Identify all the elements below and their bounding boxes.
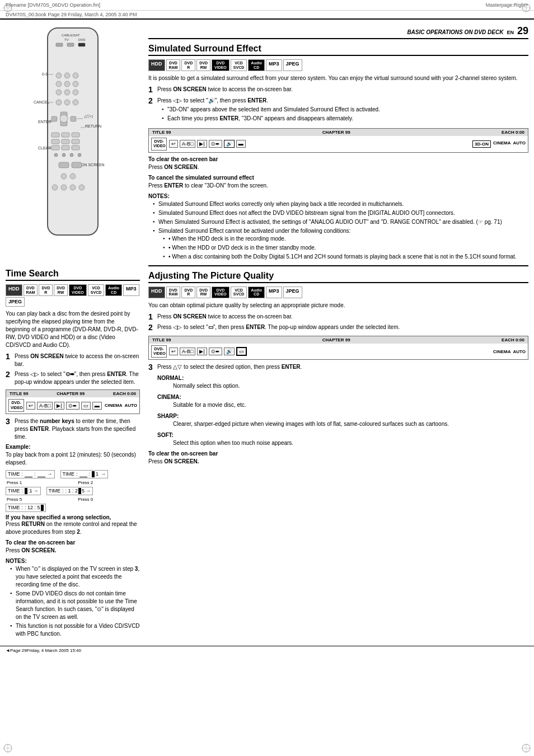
step-2: 2 Press ◁▷ to select "⊙➨", then press EN…: [6, 370, 140, 386]
sim-osd-return-icon: ↩: [169, 140, 178, 148]
corner-tl: [3, 3, 13, 13]
sim-osd-speaker-icon: 🔊: [224, 140, 235, 148]
svg-text:RETURN: RETURN: [85, 124, 101, 128]
svg-point-67: [52, 185, 58, 190]
adj-step-3: 3 Press △▽ to select the desired option,…: [148, 363, 528, 372]
adj-badge-mp3: MP3: [266, 287, 282, 298]
svg-point-23: [73, 73, 78, 78]
osd-ab-icon: A-B□: [37, 402, 53, 410]
svg-text:0-9: 0-9: [42, 72, 48, 76]
example-label: Example:To play back from a point 12 (mi…: [6, 443, 140, 467]
adj-osd-speaker-icon: 🔊: [224, 348, 235, 355]
svg-rect-56: [72, 145, 79, 150]
osd-rect-icon: ▭: [81, 402, 91, 410]
note-2: Some DVD VIDEO discs do not contain time…: [10, 590, 140, 621]
sim-osd-right: 3D-ON CINEMA AUTO: [472, 140, 526, 148]
svg-point-68: [61, 185, 67, 190]
sim-osd-dvd-label: DVD-VIDEO: [151, 138, 167, 151]
simulated-title: Simulated Surround Effect: [148, 44, 528, 56]
osd-return-icon: ↩: [26, 402, 35, 410]
corner-br: [521, 743, 531, 753]
sim-note-4: Simulated Surround Effect cannot be acti…: [153, 227, 528, 261]
svg-text:△▽◁: △▽◁: [84, 114, 93, 118]
svg-point-25: [64, 81, 70, 87]
notes-head-left: NOTES:: [6, 558, 140, 564]
svg-point-22: [64, 73, 70, 78]
osd-right-labels: CINEMA AUTO: [105, 403, 137, 408]
adj-badge-dvd-rw: DVDRW: [196, 287, 210, 298]
time-search-title: Time Search: [6, 269, 140, 281]
sim-osd-ab-icon: A-B□: [180, 140, 195, 148]
svg-point-59: [70, 153, 73, 157]
osd-play-icon: ▶|: [54, 402, 64, 410]
page-footer: ◄Page 29Friday, 4 March 2005 15:40: [0, 646, 534, 655]
adj-osd-return-icon: ↩: [169, 348, 178, 355]
svg-point-69: [70, 185, 76, 190]
badge-audio-cd: AudioCD: [105, 284, 122, 296]
sim-badge-jpeg: JPEG: [283, 59, 302, 71]
adj-badge-dvd-video: DVDVIDEO: [212, 287, 229, 298]
notes-list-left: When "⊙" is displayed on the TV screen i…: [6, 565, 140, 638]
sim-osd-header: TITLE 99 CHAPTER 99 EACH 0:00: [149, 129, 528, 136]
filename-label: Filename [DVM70S_06DVD Operation.fm]: [6, 2, 100, 8]
step-1: 1 Press ON SCREEN twice to access the on…: [6, 353, 140, 368]
section-label: BASIC OPERATIONS ON DVD DECK: [407, 29, 503, 35]
left-column: CABLE/SAT TV DVD 0-9: [6, 25, 140, 640]
sim-bullet-2: Each time you press ENTER, "3D-ON" appea…: [162, 115, 528, 123]
sim-badge-vcd-svcd: VCDSVCD: [231, 59, 247, 71]
sim-note-4a: • When the HDD deck is in the recording …: [163, 235, 528, 243]
sim-note-1: Simulated Surround Effect works correctl…: [153, 200, 528, 208]
adj-badge-vcd-svcd: VCDSVCD: [231, 287, 247, 298]
wrong-selection-head: If you have specified a wrong selection,: [6, 514, 140, 520]
sim-badge-dvd-rw: DVDRW: [196, 59, 210, 71]
badge-dvd-rw: DVDRW: [54, 284, 68, 296]
osd-rect2-icon: ▬: [92, 402, 102, 410]
time-search-intro: You can play back a disc from the desire…: [6, 310, 140, 349]
book-ref: DVM70S_00.book Page 29 Friday, March 4, …: [0, 11, 534, 20]
svg-rect-63: [59, 162, 69, 168]
svg-text:ON SCREEN: ON SCREEN: [81, 163, 105, 167]
adj-badge-jpeg: JPEG: [283, 287, 302, 298]
sim-note-3: When Simulated Surround Effect is activa…: [153, 218, 528, 226]
badge-vcd-svcd: VCDSVCD: [88, 284, 104, 296]
sim-badge-mp3: MP3: [266, 59, 282, 71]
svg-rect-50: [62, 139, 69, 144]
adj-step-2: 2 Press ◁▷ to select "▭", then press ENT…: [148, 323, 528, 332]
adj-osd-ab-icon: A-B□: [180, 348, 195, 355]
remote-diagram: CABLE/SAT TV DVD 0-9: [6, 25, 140, 260]
adj-osd-play-icon: ▶|: [197, 348, 207, 355]
svg-point-65: [61, 173, 67, 179]
adj-badge-hdd: HDD: [148, 287, 165, 298]
option-sharp: SHARP: Clearer, sharper-edged picture wh…: [157, 412, 528, 428]
time-search-badges: HDD DVDRAM DVDR DVDRW DVDVIDEO VCDSVCD A…: [6, 284, 140, 307]
sim-badge-dvd-video: DVDVIDEO: [212, 59, 229, 71]
note-1: When "⊙" is displayed on the TV screen i…: [10, 565, 140, 589]
wrong-selection-text: Press RETURN on the remote control and r…: [6, 520, 140, 536]
step-3: 3 Press the number keys to enter the tim…: [6, 417, 140, 441]
svg-rect-47: [62, 133, 69, 137]
adjusting-intro: You can obtain optimal picture quality b…: [148, 302, 528, 309]
svg-rect-55: [62, 145, 69, 150]
badge-dvd-ram: DVDRAM: [24, 284, 38, 296]
page-number: 29: [517, 25, 528, 37]
corner-tr: [521, 3, 531, 13]
svg-point-27: [56, 90, 62, 95]
note-3: This function is not possible for a Vide…: [10, 622, 140, 638]
adj-osd-rect-icon: ▭: [236, 347, 247, 356]
3d-on-label: 3D-ON: [472, 140, 491, 148]
svg-rect-64: [72, 162, 82, 168]
svg-rect-39: [51, 116, 57, 121]
badge-jpeg: JPEG: [6, 297, 25, 307]
sim-step-2-bullets: "3D-ON" appears above the selected item …: [157, 106, 528, 123]
svg-rect-40: [71, 116, 76, 121]
svg-rect-17: [67, 43, 74, 46]
adj-osd-icons: ↩ A-B□ ▶| ⊙➨ 🔊 ▭: [169, 347, 491, 356]
sim-badge-dvd-r: DVDR: [181, 59, 195, 71]
svg-point-28: [64, 90, 70, 95]
adj-osd-body: DVD-VIDEO ↩ A-B□ ▶| ⊙➨ 🔊 ▭ CINEMA AUTO: [149, 344, 528, 360]
clear-bar-text-left: Press ON SCREEN.: [6, 547, 140, 555]
svg-point-33: [64, 100, 70, 105]
final-clear-text: Press ON SCREEN.: [148, 458, 528, 466]
option-soft: SOFT: Select this option when too much n…: [157, 431, 528, 447]
svg-point-41: [60, 115, 68, 123]
